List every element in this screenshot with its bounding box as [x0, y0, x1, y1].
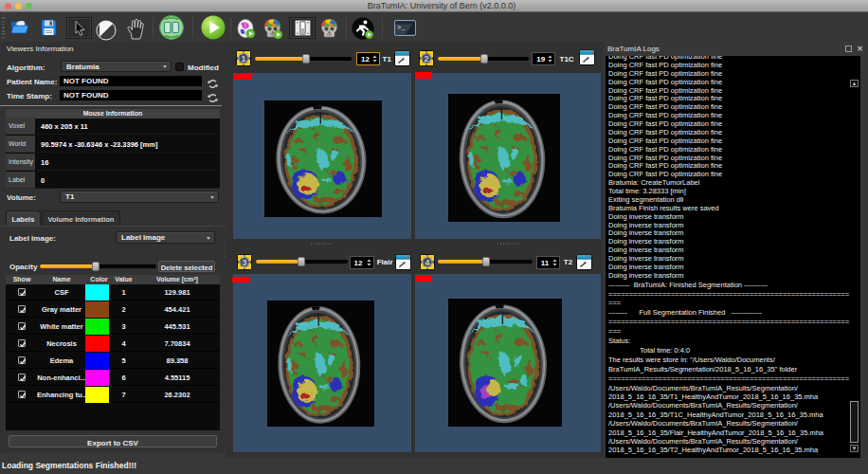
svg-text:2: 2: [424, 54, 428, 64]
svg-text:>_: >_: [397, 24, 406, 31]
svg-text:1: 1: [241, 54, 245, 64]
svg-text:3: 3: [242, 258, 246, 267]
svg-text:4: 4: [425, 258, 429, 267]
